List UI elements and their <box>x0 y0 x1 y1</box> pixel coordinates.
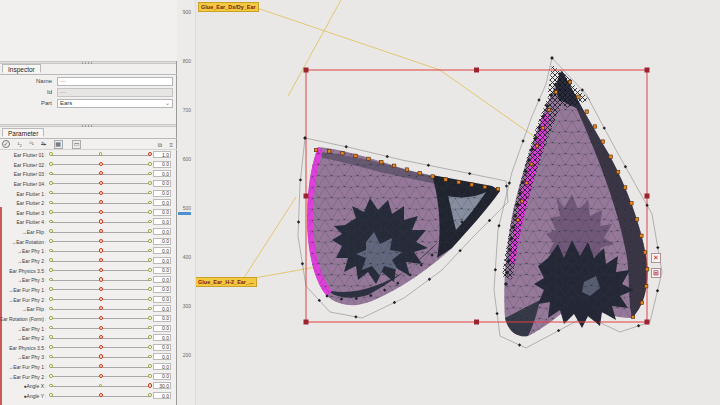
slider-current-dot[interactable] <box>148 152 152 156</box>
default-value-icon[interactable]: ⁰¹ <box>29 140 33 148</box>
slider-current-dot[interactable] <box>99 181 103 185</box>
slider-key-dot[interactable] <box>148 316 152 320</box>
parameter-value[interactable]: 0.0 <box>153 353 171 360</box>
grid-keyform-button[interactable]: ⊞ <box>651 268 661 278</box>
slider-key-dot[interactable] <box>148 258 152 262</box>
slider-current-dot[interactable] <box>99 239 103 243</box>
slider-key-dot[interactable] <box>148 287 152 291</box>
mesh-vertex-dot[interactable] <box>497 224 500 227</box>
parameter-slider[interactable] <box>51 376 150 377</box>
parameter-value[interactable]: 0.0 <box>153 247 171 254</box>
deformer-vertex-dot[interactable] <box>367 157 370 160</box>
mesh-vertex-dot[interactable] <box>624 165 627 168</box>
deformer-vertex-dot[interactable] <box>601 140 604 143</box>
slider-key-dot[interactable] <box>49 307 53 311</box>
slider-current-dot[interactable] <box>99 229 103 233</box>
parameter-slider[interactable] <box>51 232 150 233</box>
slider-key-dot[interactable] <box>49 326 53 330</box>
part-select[interactable]: Ears⌄ <box>57 99 173 108</box>
deformer-vertex-dot[interactable] <box>635 218 638 221</box>
slider-key-dot[interactable] <box>49 181 53 185</box>
panel-view-icon[interactable]: ▭ <box>72 140 81 149</box>
deformer-vertex-dot[interactable] <box>470 183 473 186</box>
slider-key-dot[interactable] <box>148 172 152 176</box>
mesh-vertex-dot[interactable] <box>537 98 540 101</box>
parameter-value[interactable]: 1.0 <box>153 151 171 158</box>
parameter-slider[interactable] <box>51 174 150 175</box>
parameter-slider[interactable] <box>51 241 150 242</box>
slider-current-dot[interactable] <box>99 277 103 281</box>
parameter-slider[interactable] <box>51 386 150 387</box>
slider-current-dot[interactable] <box>148 383 152 387</box>
parameter-slider[interactable] <box>51 289 150 290</box>
deformer-vertex-dot[interactable] <box>418 171 421 174</box>
slider-current-dot[interactable] <box>99 335 103 339</box>
deformer-vertex-dot[interactable] <box>568 80 571 83</box>
slider-current-dot[interactable] <box>99 162 103 166</box>
deformer-vertex-dot[interactable] <box>645 268 648 271</box>
mesh-vertex-dot[interactable] <box>393 301 396 304</box>
deformer-vertex-dot[interactable] <box>444 178 447 181</box>
slider-key-dot[interactable] <box>49 278 53 282</box>
parameter-value[interactable]: 0.0 <box>153 305 171 312</box>
parameter-slider[interactable] <box>51 367 150 368</box>
parameter-slider[interactable] <box>51 155 150 156</box>
slider-key-dot[interactable] <box>148 278 152 282</box>
parameter-value[interactable]: 0.0 <box>153 267 171 274</box>
slider-key-dot[interactable] <box>148 364 152 368</box>
parameter-slider[interactable] <box>51 261 150 262</box>
mesh-vertex-dot[interactable] <box>518 343 521 346</box>
slider-key-dot[interactable] <box>49 364 53 368</box>
parameter-value[interactable]: 0.0 <box>153 286 171 293</box>
parameter-value[interactable]: 0.0 <box>153 218 171 225</box>
slider-key-dot[interactable] <box>99 152 103 156</box>
slider-key-dot[interactable] <box>49 239 53 243</box>
slider-current-dot[interactable] <box>99 354 103 358</box>
check-circle-icon[interactable]: ✓ <box>2 140 10 148</box>
parameter-slider[interactable] <box>51 318 150 319</box>
deformer-vertex-dot[interactable] <box>548 108 551 111</box>
slider-key-dot[interactable] <box>49 287 53 291</box>
parameter-slider[interactable] <box>51 251 150 252</box>
slider-key-dot[interactable] <box>148 229 152 233</box>
tab-parameter[interactable]: Parameter <box>2 128 44 137</box>
deformer-vertex-dot[interactable] <box>328 150 331 153</box>
parameter-value[interactable]: 0.0 <box>153 161 171 168</box>
parameter-slider[interactable] <box>51 309 150 310</box>
mesh-vertex-dot[interactable] <box>386 155 389 158</box>
deformer-vertex-dot[interactable] <box>525 181 528 184</box>
deformer-vertex-dot[interactable] <box>640 234 643 237</box>
parameter-value[interactable]: 0.0 <box>153 257 171 264</box>
deformer-vertex-dot[interactable] <box>530 163 533 166</box>
slider-key-dot[interactable] <box>148 239 152 243</box>
slider-key-dot[interactable] <box>148 335 152 339</box>
slider-current-dot[interactable] <box>99 191 103 195</box>
parameter-slider[interactable] <box>51 183 150 184</box>
parameter-value[interactable]: 30.0 <box>153 382 171 389</box>
parameter-slider[interactable] <box>51 212 150 213</box>
parameter-value[interactable]: 0.0 <box>153 228 171 235</box>
parameter-slider[interactable] <box>51 270 150 271</box>
parameter-slider[interactable] <box>51 299 150 300</box>
deformer-vertex-dot[interactable] <box>521 200 524 203</box>
slider-current-dot[interactable] <box>99 306 103 310</box>
mesh-vertex-dot[interactable] <box>494 268 497 271</box>
slider-current-dot[interactable] <box>99 219 103 223</box>
parameter-slider[interactable] <box>51 280 150 281</box>
mesh-vertex-dot[interactable] <box>656 289 659 292</box>
parameter-slider[interactable] <box>51 203 150 204</box>
slider-key-dot[interactable] <box>49 152 53 156</box>
slider-current-dot[interactable] <box>99 258 103 262</box>
mesh-vertex-dot[interactable] <box>297 220 300 223</box>
mesh-vertex-dot[interactable] <box>301 262 304 265</box>
parameter-slider[interactable] <box>51 164 150 165</box>
mesh-vertex-dot[interactable] <box>637 324 640 327</box>
slider-current-dot[interactable] <box>99 268 103 272</box>
parameter-value[interactable]: 0.0 <box>153 373 171 380</box>
deformer-vertex-dot[interactable] <box>555 91 558 94</box>
slider-current-dot[interactable] <box>99 316 103 320</box>
deformer-vertex-dot[interactable] <box>354 154 357 157</box>
mesh-vertex-dot[interactable] <box>354 315 357 318</box>
deformer-vertex-dot[interactable] <box>623 186 626 189</box>
menu-icon[interactable]: ≡ <box>169 141 173 149</box>
